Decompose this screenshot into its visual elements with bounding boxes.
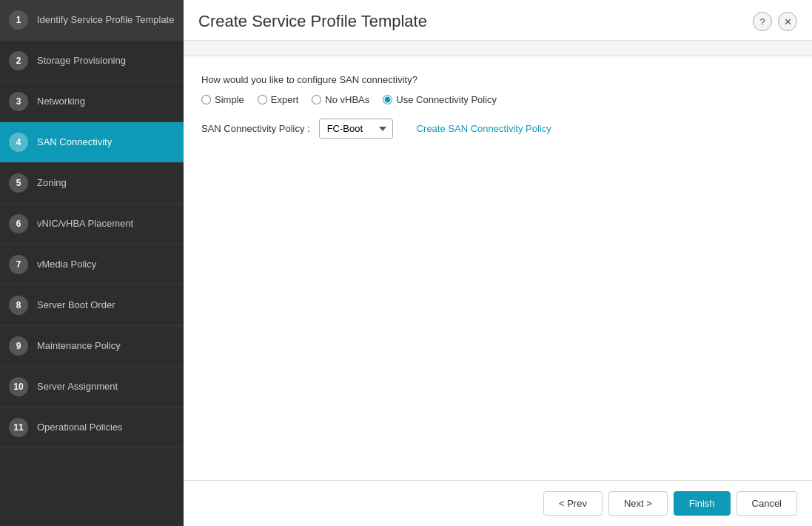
footer: < Prev Next > Finish Cancel xyxy=(184,480,812,526)
close-button[interactable]: ✕ xyxy=(778,12,797,31)
sidebar-item-10[interactable]: 10 Server Assignment xyxy=(0,367,184,407)
radio-no-vhbas-input[interactable] xyxy=(312,95,321,104)
prev-button[interactable]: < Prev xyxy=(543,491,603,516)
step-badge-10: 10 xyxy=(9,377,28,396)
step-badge-1: 1 xyxy=(9,10,28,30)
step-badge-9: 9 xyxy=(9,336,28,356)
sidebar-item-3[interactable]: 3 Networking xyxy=(0,81,184,122)
radio-use-connectivity-input[interactable] xyxy=(383,95,392,104)
step-badge-2: 2 xyxy=(9,51,28,70)
finish-button[interactable]: Finish xyxy=(674,491,731,516)
main-panel: Create Service Profile Template ? ✕ How … xyxy=(184,0,812,526)
step-badge-4: 4 xyxy=(9,133,28,152)
cancel-button[interactable]: Cancel xyxy=(736,491,797,516)
step-badge-8: 8 xyxy=(9,296,28,315)
sidebar-item-7[interactable]: 7 vMedia Policy xyxy=(0,244,184,285)
policy-row: SAN Connectivity Policy : FC-Bootdefault… xyxy=(201,119,794,139)
step-badge-6: 6 xyxy=(9,214,28,233)
san-connectivity-policy-select[interactable]: FC-Bootdefaultnone xyxy=(319,119,393,139)
radio-use-connectivity[interactable]: Use Connectivity Policy xyxy=(383,94,497,105)
sidebar-item-9[interactable]: 9 Maintenance Policy xyxy=(0,326,184,367)
sidebar-item-label-5: Zoning xyxy=(37,177,67,190)
create-san-policy-link[interactable]: Create SAN Connectivity Policy xyxy=(417,123,551,134)
step-badge-7: 7 xyxy=(9,255,28,274)
help-button[interactable]: ? xyxy=(753,12,772,31)
sidebar-item-label-8: Server Boot Order xyxy=(37,299,115,312)
sidebar-item-label-7: vMedia Policy xyxy=(37,259,96,271)
radio-no-vhbas[interactable]: No vHBAs xyxy=(312,94,369,105)
sidebar-item-5[interactable]: 5 Zoning xyxy=(0,163,184,204)
next-button[interactable]: Next > xyxy=(608,491,668,516)
step-badge-5: 5 xyxy=(9,173,28,193)
sidebar-item-8[interactable]: 8 Server Boot Order xyxy=(0,285,184,326)
header-actions: ? ✕ xyxy=(753,12,797,31)
sidebar-item-label-3: Networking xyxy=(37,96,85,108)
sidebar-item-label-11: Operational Policies xyxy=(37,422,123,434)
sidebar-item-6[interactable]: 6 vNIC/vHBA Placement xyxy=(0,204,184,244)
sidebar-item-label-2: Storage Provisioning xyxy=(37,55,126,67)
policy-label: SAN Connectivity Policy : xyxy=(201,123,310,134)
step-badge-11: 11 xyxy=(9,418,28,437)
radio-group: Simple Expert No vHBAs Use Connectivity … xyxy=(201,94,794,105)
dialog-header: Create Service Profile Template ? ✕ xyxy=(184,0,812,41)
radio-simple-input[interactable] xyxy=(201,95,211,104)
radio-expert-label: Expert xyxy=(271,94,299,105)
sidebar-item-4[interactable]: 4 SAN Connectivity xyxy=(0,122,184,163)
sidebar-item-label-4: SAN Connectivity xyxy=(37,136,112,149)
radio-simple[interactable]: Simple xyxy=(201,94,244,105)
sidebar-item-1[interactable]: 1 Identify Service Profile Template xyxy=(0,0,184,41)
radio-no-vhbas-label: No vHBAs xyxy=(325,94,369,105)
sidebar-item-label-9: Maintenance Policy xyxy=(37,340,121,353)
sidebar: 1 Identify Service Profile Template 2 St… xyxy=(0,0,184,526)
sidebar-item-label-1: Identify Service Profile Template xyxy=(37,14,174,27)
sidebar-item-label-6: vNIC/vHBA Placement xyxy=(37,218,133,230)
dialog-title: Create Service Profile Template xyxy=(198,12,427,31)
step-badge-3: 3 xyxy=(9,92,28,111)
sidebar-item-11[interactable]: 11 Operational Policies xyxy=(0,407,184,448)
sidebar-item-label-10: Server Assignment xyxy=(37,381,118,393)
radio-expert-input[interactable] xyxy=(258,95,267,104)
radio-simple-label: Simple xyxy=(215,94,244,105)
info-bar xyxy=(184,41,812,56)
sidebar-item-2[interactable]: 2 Storage Provisioning xyxy=(0,41,184,81)
content-area: How would you like to configure SAN conn… xyxy=(184,56,812,480)
radio-expert[interactable]: Expert xyxy=(258,94,299,105)
question-label: How would you like to configure SAN conn… xyxy=(201,74,794,85)
radio-use-connectivity-label: Use Connectivity Policy xyxy=(396,94,497,105)
